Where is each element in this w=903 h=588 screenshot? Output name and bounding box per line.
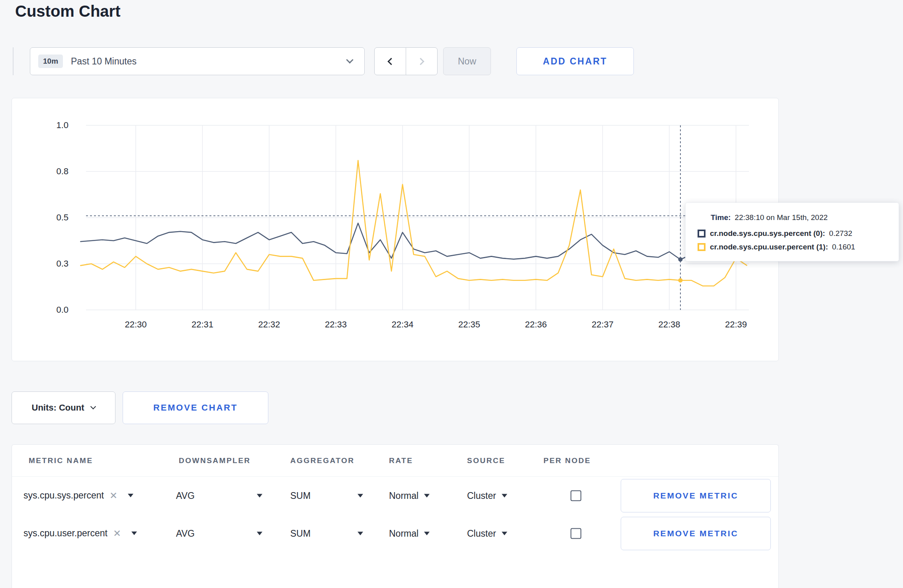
x-axis-tick-label: 22:37 [579,319,627,330]
rate-value: Normal [389,490,418,501]
caret-down-icon [257,532,262,535]
next-timeframe-button[interactable] [406,47,438,75]
per-node-cell [571,528,581,539]
tooltip-series-label: cr.node.sys.cpu.user.percent (1): [710,243,828,251]
caret-down-icon [424,494,430,497]
y-axis-tick-label: 0.8 [25,166,68,177]
col-header-source: SOURCE [467,445,505,477]
source-value: Cluster [467,528,496,539]
series-color-swatch-user [698,243,706,251]
clear-icon[interactable]: ✕ [109,490,117,501]
per-node-checkbox[interactable] [571,490,581,501]
source-select[interactable]: Cluster [467,490,507,501]
col-header-rate: RATE [389,445,413,477]
x-axis-tick-label: 22:34 [379,319,426,330]
rate-select[interactable]: Normal [389,490,430,501]
prev-timeframe-button[interactable] [374,47,406,75]
rate-value: Normal [389,528,418,539]
source-select[interactable]: Cluster [467,528,507,539]
aggregator-value: SUM [290,528,311,539]
per-node-checkbox[interactable] [571,528,581,539]
tooltip-time-row: Time:22:38:10 on Mar 15th, 2022 [711,213,887,222]
page-title: Custom Chart [15,2,120,20]
chart-tooltip: Time:22:38:10 on Mar 15th, 2022 cr.node.… [685,202,899,261]
caret-down-icon [257,494,262,497]
chart-card: 1.00.80.50.30.0 22:3022:3122:3222:3322:3… [12,98,779,361]
x-axis-tick-label: 22:30 [112,319,160,330]
add-chart-button[interactable]: ADD CHART [516,47,634,75]
tooltip-time-value: 22:38:10 on Mar 15th, 2022 [735,213,827,222]
source-value: Cluster [467,490,496,501]
y-axis-tick-label: 0.3 [25,259,68,269]
y-axis-tick-label: 0.0 [25,305,68,315]
downsampler-value: AVG [176,528,195,539]
per-node-cell [571,490,581,501]
remove-metric-button[interactable]: REMOVE METRIC [621,479,771,512]
timeframe-badge: 10m [38,55,63,68]
x-axis-tick-label: 22:36 [512,319,560,330]
caret-down-icon [424,532,430,535]
aggregator-select[interactable]: SUM [290,528,363,539]
units-select[interactable]: Units: Count [12,391,115,424]
x-axis-tick-label: 22:35 [446,319,493,330]
aggregator-select[interactable]: SUM [290,490,363,501]
chevron-down-icon [346,56,353,63]
tooltip-time-label: Time: [711,213,731,222]
chevron-right-icon [417,58,424,65]
remove-chart-button[interactable]: REMOVE CHART [123,391,268,424]
caret-down-icon [131,532,137,535]
metrics-table-header: METRIC NAME DOWNSAMPLER AGGREGATOR RATE … [12,445,778,477]
metric-row: sys.cpu.sys.percent ✕ AVG SUM Normal Clu… [12,477,778,514]
x-axis-tick-label: 22:33 [312,319,360,330]
x-axis-tick-label: 22:31 [179,319,227,330]
col-header-per-node: PER NODE [543,445,591,477]
aggregator-value: SUM [290,490,311,501]
timeframe-select[interactable]: 10m Past 10 Minutes [30,47,365,75]
tooltip-series-row: cr.node.sys.cpu.sys.percent (0): 0.2732 [698,229,887,238]
col-header-downsampler: DOWNSAMPLER [179,445,251,477]
downsampler-value: AVG [176,490,195,501]
rate-select[interactable]: Normal [389,528,430,539]
chevron-down-icon [90,403,96,409]
metrics-table: METRIC NAME DOWNSAMPLER AGGREGATOR RATE … [12,444,779,588]
now-button[interactable]: Now [443,47,491,75]
caret-down-icon [358,494,363,497]
col-header-aggregator: AGGREGATOR [290,445,355,477]
col-header-metric-name: METRIC NAME [29,445,93,477]
tooltip-series-value: 0.1601 [832,243,855,251]
x-axis-tick-label: 22:39 [712,319,760,330]
metric-name-select[interactable]: sys.cpu.user.percent ✕ [23,528,137,539]
downsampler-select[interactable]: AVG [176,490,262,501]
timeframe-label: Past 10 Minutes [71,56,347,67]
metric-name-select[interactable]: sys.cpu.sys.percent ✕ [23,490,133,501]
timeframe-nav [374,47,438,75]
chevron-left-icon [387,58,395,65]
tooltip-series-value: 0.2732 [829,229,852,238]
series-color-swatch-sys [698,230,706,238]
x-axis-tick-label: 22:32 [245,319,293,330]
remove-metric-button[interactable]: REMOVE METRIC [621,517,771,550]
caret-down-icon [502,494,507,497]
caret-down-icon [128,494,133,497]
toolbar-divider [13,47,14,75]
x-axis-tick-label: 22:38 [645,319,693,330]
metric-name-value: sys.cpu.sys.percent [23,490,104,501]
metric-row: sys.cpu.user.percent ✕ AVG SUM Normal Cl… [12,514,778,552]
caret-down-icon [502,532,507,535]
y-axis-tick-label: 1.0 [25,120,68,130]
clear-icon[interactable]: ✕ [113,528,121,539]
tooltip-series-label: cr.node.sys.cpu.sys.percent (0): [710,229,825,238]
metric-name-value: sys.cpu.user.percent [23,528,108,539]
downsampler-select[interactable]: AVG [176,528,262,539]
y-axis-tick-label: 0.5 [25,212,68,223]
tooltip-series-row: cr.node.sys.cpu.user.percent (1): 0.1601 [698,243,887,251]
caret-down-icon [358,532,363,535]
units-label: Units: Count [32,403,84,413]
